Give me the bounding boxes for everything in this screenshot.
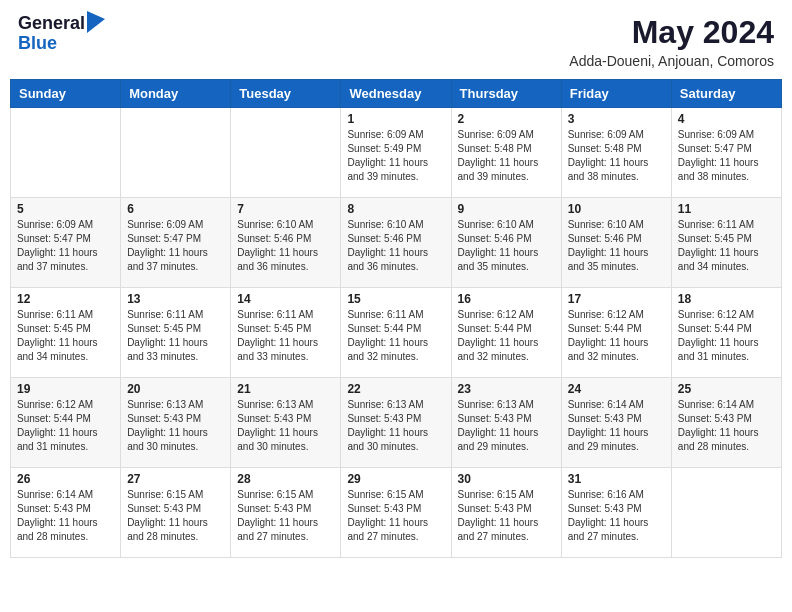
day-number: 29 xyxy=(347,472,444,486)
day-number: 3 xyxy=(568,112,665,126)
day-number: 14 xyxy=(237,292,334,306)
calendar-day-18: 18Sunrise: 6:12 AMSunset: 5:44 PMDayligh… xyxy=(671,288,781,378)
weekday-header-monday: Monday xyxy=(121,80,231,108)
weekday-header-saturday: Saturday xyxy=(671,80,781,108)
day-number: 7 xyxy=(237,202,334,216)
calendar-empty-cell xyxy=(121,108,231,198)
day-info: Sunrise: 6:14 AMSunset: 5:43 PMDaylight:… xyxy=(17,488,114,544)
calendar-day-22: 22Sunrise: 6:13 AMSunset: 5:43 PMDayligh… xyxy=(341,378,451,468)
day-info: Sunrise: 6:15 AMSunset: 5:43 PMDaylight:… xyxy=(127,488,224,544)
day-info: Sunrise: 6:12 AMSunset: 5:44 PMDaylight:… xyxy=(568,308,665,364)
day-number: 17 xyxy=(568,292,665,306)
calendar-day-29: 29Sunrise: 6:15 AMSunset: 5:43 PMDayligh… xyxy=(341,468,451,558)
day-info: Sunrise: 6:10 AMSunset: 5:46 PMDaylight:… xyxy=(458,218,555,274)
day-number: 16 xyxy=(458,292,555,306)
day-info: Sunrise: 6:13 AMSunset: 5:43 PMDaylight:… xyxy=(237,398,334,454)
day-number: 8 xyxy=(347,202,444,216)
calendar-empty-cell xyxy=(231,108,341,198)
day-info: Sunrise: 6:09 AMSunset: 5:47 PMDaylight:… xyxy=(127,218,224,274)
calendar-week-row: 19Sunrise: 6:12 AMSunset: 5:44 PMDayligh… xyxy=(11,378,782,468)
page-header: General Blue May 2024 Adda-Doueni, Anjou… xyxy=(10,10,782,73)
day-info: Sunrise: 6:11 AMSunset: 5:45 PMDaylight:… xyxy=(17,308,114,364)
weekday-header-sunday: Sunday xyxy=(11,80,121,108)
logo: General Blue xyxy=(18,14,105,54)
day-number: 26 xyxy=(17,472,114,486)
calendar-day-4: 4Sunrise: 6:09 AMSunset: 5:47 PMDaylight… xyxy=(671,108,781,198)
calendar-day-26: 26Sunrise: 6:14 AMSunset: 5:43 PMDayligh… xyxy=(11,468,121,558)
logo-general-text: General xyxy=(18,14,85,34)
day-number: 25 xyxy=(678,382,775,396)
day-info: Sunrise: 6:12 AMSunset: 5:44 PMDaylight:… xyxy=(17,398,114,454)
calendar-day-9: 9Sunrise: 6:10 AMSunset: 5:46 PMDaylight… xyxy=(451,198,561,288)
day-info: Sunrise: 6:15 AMSunset: 5:43 PMDaylight:… xyxy=(347,488,444,544)
calendar-day-13: 13Sunrise: 6:11 AMSunset: 5:45 PMDayligh… xyxy=(121,288,231,378)
calendar-day-19: 19Sunrise: 6:12 AMSunset: 5:44 PMDayligh… xyxy=(11,378,121,468)
day-number: 21 xyxy=(237,382,334,396)
day-info: Sunrise: 6:13 AMSunset: 5:43 PMDaylight:… xyxy=(458,398,555,454)
day-info: Sunrise: 6:15 AMSunset: 5:43 PMDaylight:… xyxy=(458,488,555,544)
day-number: 11 xyxy=(678,202,775,216)
day-info: Sunrise: 6:14 AMSunset: 5:43 PMDaylight:… xyxy=(678,398,775,454)
calendar-week-row: 5Sunrise: 6:09 AMSunset: 5:47 PMDaylight… xyxy=(11,198,782,288)
calendar-week-row: 1Sunrise: 6:09 AMSunset: 5:49 PMDaylight… xyxy=(11,108,782,198)
calendar-day-5: 5Sunrise: 6:09 AMSunset: 5:47 PMDaylight… xyxy=(11,198,121,288)
calendar-day-17: 17Sunrise: 6:12 AMSunset: 5:44 PMDayligh… xyxy=(561,288,671,378)
day-info: Sunrise: 6:16 AMSunset: 5:43 PMDaylight:… xyxy=(568,488,665,544)
calendar-day-25: 25Sunrise: 6:14 AMSunset: 5:43 PMDayligh… xyxy=(671,378,781,468)
day-info: Sunrise: 6:11 AMSunset: 5:45 PMDaylight:… xyxy=(678,218,775,274)
day-info: Sunrise: 6:10 AMSunset: 5:46 PMDaylight:… xyxy=(237,218,334,274)
weekday-header-friday: Friday xyxy=(561,80,671,108)
day-info: Sunrise: 6:11 AMSunset: 5:44 PMDaylight:… xyxy=(347,308,444,364)
day-info: Sunrise: 6:13 AMSunset: 5:43 PMDaylight:… xyxy=(347,398,444,454)
day-info: Sunrise: 6:09 AMSunset: 5:48 PMDaylight:… xyxy=(458,128,555,184)
day-info: Sunrise: 6:09 AMSunset: 5:47 PMDaylight:… xyxy=(17,218,114,274)
calendar-day-27: 27Sunrise: 6:15 AMSunset: 5:43 PMDayligh… xyxy=(121,468,231,558)
month-year: May 2024 xyxy=(569,14,774,51)
title-area: May 2024 Adda-Doueni, Anjouan, Comoros xyxy=(569,14,774,69)
calendar-day-2: 2Sunrise: 6:09 AMSunset: 5:48 PMDaylight… xyxy=(451,108,561,198)
calendar-table: SundayMondayTuesdayWednesdayThursdayFrid… xyxy=(10,79,782,558)
day-info: Sunrise: 6:09 AMSunset: 5:49 PMDaylight:… xyxy=(347,128,444,184)
calendar-day-3: 3Sunrise: 6:09 AMSunset: 5:48 PMDaylight… xyxy=(561,108,671,198)
calendar-day-28: 28Sunrise: 6:15 AMSunset: 5:43 PMDayligh… xyxy=(231,468,341,558)
calendar-day-15: 15Sunrise: 6:11 AMSunset: 5:44 PMDayligh… xyxy=(341,288,451,378)
day-number: 18 xyxy=(678,292,775,306)
day-info: Sunrise: 6:14 AMSunset: 5:43 PMDaylight:… xyxy=(568,398,665,454)
calendar-day-30: 30Sunrise: 6:15 AMSunset: 5:43 PMDayligh… xyxy=(451,468,561,558)
calendar-day-20: 20Sunrise: 6:13 AMSunset: 5:43 PMDayligh… xyxy=(121,378,231,468)
calendar-week-row: 12Sunrise: 6:11 AMSunset: 5:45 PMDayligh… xyxy=(11,288,782,378)
day-number: 10 xyxy=(568,202,665,216)
calendar-day-11: 11Sunrise: 6:11 AMSunset: 5:45 PMDayligh… xyxy=(671,198,781,288)
day-info: Sunrise: 6:15 AMSunset: 5:43 PMDaylight:… xyxy=(237,488,334,544)
calendar-day-23: 23Sunrise: 6:13 AMSunset: 5:43 PMDayligh… xyxy=(451,378,561,468)
day-number: 24 xyxy=(568,382,665,396)
day-number: 31 xyxy=(568,472,665,486)
weekday-header-tuesday: Tuesday xyxy=(231,80,341,108)
day-number: 4 xyxy=(678,112,775,126)
day-number: 22 xyxy=(347,382,444,396)
calendar-day-8: 8Sunrise: 6:10 AMSunset: 5:46 PMDaylight… xyxy=(341,198,451,288)
weekday-header-row: SundayMondayTuesdayWednesdayThursdayFrid… xyxy=(11,80,782,108)
day-info: Sunrise: 6:11 AMSunset: 5:45 PMDaylight:… xyxy=(127,308,224,364)
day-number: 23 xyxy=(458,382,555,396)
day-info: Sunrise: 6:10 AMSunset: 5:46 PMDaylight:… xyxy=(568,218,665,274)
calendar-empty-cell xyxy=(11,108,121,198)
day-number: 27 xyxy=(127,472,224,486)
calendar-day-16: 16Sunrise: 6:12 AMSunset: 5:44 PMDayligh… xyxy=(451,288,561,378)
day-number: 2 xyxy=(458,112,555,126)
day-number: 12 xyxy=(17,292,114,306)
day-number: 1 xyxy=(347,112,444,126)
calendar-day-24: 24Sunrise: 6:14 AMSunset: 5:43 PMDayligh… xyxy=(561,378,671,468)
svg-marker-0 xyxy=(87,11,105,33)
calendar-day-14: 14Sunrise: 6:11 AMSunset: 5:45 PMDayligh… xyxy=(231,288,341,378)
day-info: Sunrise: 6:13 AMSunset: 5:43 PMDaylight:… xyxy=(127,398,224,454)
weekday-header-wednesday: Wednesday xyxy=(341,80,451,108)
weekday-header-thursday: Thursday xyxy=(451,80,561,108)
day-number: 28 xyxy=(237,472,334,486)
calendar-day-6: 6Sunrise: 6:09 AMSunset: 5:47 PMDaylight… xyxy=(121,198,231,288)
calendar-week-row: 26Sunrise: 6:14 AMSunset: 5:43 PMDayligh… xyxy=(11,468,782,558)
day-info: Sunrise: 6:09 AMSunset: 5:48 PMDaylight:… xyxy=(568,128,665,184)
calendar-day-1: 1Sunrise: 6:09 AMSunset: 5:49 PMDaylight… xyxy=(341,108,451,198)
day-info: Sunrise: 6:11 AMSunset: 5:45 PMDaylight:… xyxy=(237,308,334,364)
day-number: 6 xyxy=(127,202,224,216)
